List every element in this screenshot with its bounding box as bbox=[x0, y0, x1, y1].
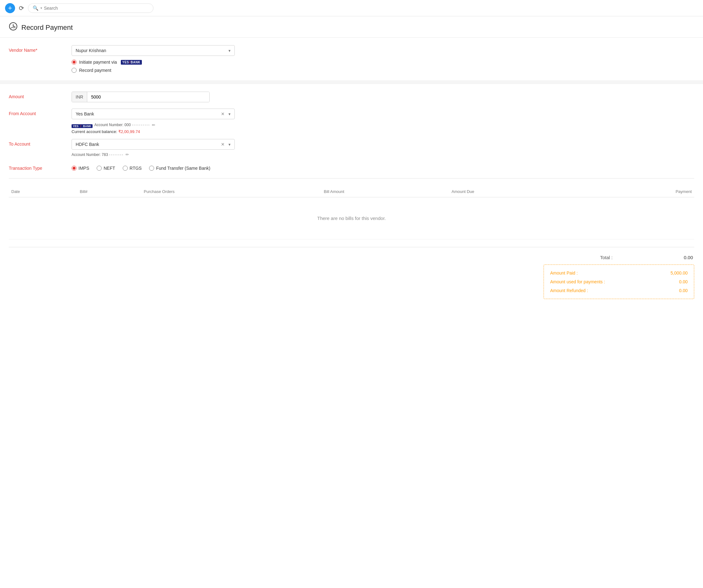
bottom-divider bbox=[9, 247, 694, 247]
bills-table: Date Bill# Purchase Orders Bill Amount A… bbox=[9, 186, 694, 239]
record-payment-option[interactable]: Record payment bbox=[72, 68, 142, 73]
fund-transfer-label: Fund Transfer (Same Bank) bbox=[156, 166, 210, 171]
to-account-number: Account Number: 783 •••••••• bbox=[72, 153, 124, 157]
from-account-info: YES/BANK Account Number: 000 •••••••••• … bbox=[72, 122, 235, 128]
amount-currency: INR bbox=[72, 92, 87, 102]
fund-transfer-radio[interactable] bbox=[149, 166, 154, 171]
amount-used-label: Amount used for payments : bbox=[550, 279, 605, 284]
vendor-value: Nupur Krishnan bbox=[76, 48, 106, 53]
transaction-type-control: IMPS NEFT RTGS Fund Transfer (Same Bank) bbox=[72, 163, 235, 171]
from-account-clear-icon[interactable]: ✕ bbox=[221, 111, 225, 116]
vendor-chevron-icon: ▾ bbox=[228, 48, 231, 53]
amount-input[interactable] bbox=[87, 92, 209, 102]
from-account-edit-icon[interactable]: ✏ bbox=[152, 123, 155, 128]
page-header: Record Payment bbox=[0, 16, 703, 38]
to-account-value: HDFC Bank bbox=[76, 142, 99, 147]
search-input[interactable] bbox=[44, 6, 149, 11]
amount-paid-label: Amount Paid : bbox=[550, 270, 578, 275]
col-payment: Payment bbox=[588, 186, 694, 197]
col-amount-due: Amount Due bbox=[449, 186, 588, 197]
balance-row: Current account balance: ₹2,00,99.74 bbox=[72, 129, 235, 134]
total-value: 0.00 bbox=[684, 255, 693, 260]
neft-option[interactable]: NEFT bbox=[97, 166, 115, 171]
to-account-dropdown[interactable]: HDFC Bank ✕ ▾ bbox=[72, 139, 235, 150]
to-account-chevron-icon: ▾ bbox=[228, 142, 231, 147]
amount-row: Amount INR bbox=[9, 92, 694, 102]
total-row: Total : 0.00 bbox=[600, 255, 694, 260]
yes-bank-badge: YES/BANK bbox=[121, 60, 142, 65]
page-title: Record Payment bbox=[21, 23, 73, 32]
neft-radio[interactable] bbox=[97, 166, 102, 171]
to-account-clear-icon[interactable]: ✕ bbox=[221, 142, 225, 147]
amount-field: INR bbox=[72, 92, 210, 102]
vendor-dropdown[interactable]: Nupur Krishnan ▾ bbox=[72, 45, 235, 56]
amount-refunded-value: 0.00 bbox=[679, 288, 688, 293]
history-button[interactable]: ⟳ bbox=[19, 4, 24, 12]
amount-used-row: Amount used for payments : 0.00 bbox=[550, 279, 688, 284]
rtgs-label: RTGS bbox=[130, 166, 142, 171]
total-label: Total : bbox=[600, 255, 613, 260]
from-account-value: Yes Bank bbox=[76, 111, 94, 116]
record-payment-label: Record payment bbox=[79, 68, 111, 73]
search-caret-icon: ▾ bbox=[41, 6, 42, 10]
payment-summary-box: Amount Paid : 5,000.00 Amount used for p… bbox=[544, 264, 694, 299]
fund-transfer-option[interactable]: Fund Transfer (Same Bank) bbox=[149, 166, 210, 171]
col-po: Purchase Orders bbox=[141, 186, 321, 197]
initiate-payment-option[interactable]: Initiate payment via YES/BANK bbox=[72, 60, 142, 65]
yes-bank-small-badge: YES/BANK bbox=[72, 124, 93, 128]
imps-option[interactable]: IMPS bbox=[72, 166, 89, 171]
neft-label: NEFT bbox=[103, 166, 115, 171]
to-account-control: HDFC Bank ✕ ▾ Account Number: 783 ••••••… bbox=[72, 139, 235, 157]
rtgs-option[interactable]: RTGS bbox=[123, 166, 142, 171]
from-account-row: From Account Yes Bank ✕ ▾ YES/BANK Accou… bbox=[9, 108, 694, 134]
amount-control: INR bbox=[72, 92, 235, 102]
amount-label: Amount bbox=[9, 92, 65, 99]
search-bar: 🔍 ▾ bbox=[28, 3, 153, 13]
empty-state: There are no bills for this vendor. bbox=[9, 197, 694, 239]
to-account-row: To Account HDFC Bank ✕ ▾ Account Number:… bbox=[9, 139, 694, 157]
vendor-label: Vendor Name* bbox=[9, 45, 65, 53]
from-account-control: Yes Bank ✕ ▾ YES/BANK Account Number: 00… bbox=[72, 108, 235, 134]
to-account-info: Account Number: 783 •••••••• ✏ bbox=[72, 152, 235, 157]
transaction-type-label: Transaction Type bbox=[9, 163, 65, 171]
from-account-chevron-icon: ▾ bbox=[228, 112, 231, 116]
record-payment-icon bbox=[9, 22, 17, 33]
col-date: Date bbox=[9, 186, 77, 197]
search-icon: 🔍 bbox=[33, 5, 38, 11]
from-account-number: Account Number: 000 •••••••••• bbox=[94, 123, 150, 127]
balance-amount: ₹2,00,99.74 bbox=[118, 129, 140, 134]
from-account-label: From Account bbox=[9, 108, 65, 116]
account-number-blurred: •••••••••• bbox=[132, 123, 150, 127]
to-account-label: To Account bbox=[9, 139, 65, 147]
to-account-number-blurred: •••••••• bbox=[109, 153, 124, 157]
initiate-payment-label: Initiate payment via bbox=[79, 60, 118, 65]
transaction-type-group: IMPS NEFT RTGS Fund Transfer (Same Bank) bbox=[72, 163, 235, 171]
empty-message: There are no bills for this vendor. bbox=[11, 200, 692, 236]
col-bill: Bill# bbox=[77, 186, 141, 197]
rtgs-radio[interactable] bbox=[123, 166, 128, 171]
imps-label: IMPS bbox=[78, 166, 89, 171]
topbar: + ⟳ 🔍 ▾ bbox=[0, 0, 703, 16]
from-account-dropdown[interactable]: Yes Bank ✕ ▾ bbox=[72, 108, 235, 119]
amount-paid-value: 5,000.00 bbox=[671, 270, 688, 275]
main-content: Vendor Name* Nupur Krishnan ▾ Initiate p… bbox=[0, 38, 703, 588]
vendor-control: Nupur Krishnan ▾ bbox=[72, 45, 235, 56]
payment-method-group: Initiate payment via YES/BANK Record pay… bbox=[72, 60, 142, 73]
amount-used-value: 0.00 bbox=[679, 279, 688, 284]
amount-refunded-label: Amount Refunded : bbox=[550, 288, 588, 293]
amount-paid-row: Amount Paid : 5,000.00 bbox=[550, 270, 688, 275]
vendor-row: Vendor Name* Nupur Krishnan ▾ bbox=[9, 45, 694, 56]
amount-refunded-row: Amount Refunded : 0.00 bbox=[550, 288, 688, 293]
record-payment-radio[interactable] bbox=[72, 68, 77, 73]
to-account-edit-icon[interactable]: ✏ bbox=[126, 152, 129, 157]
imps-radio[interactable] bbox=[72, 166, 77, 171]
transaction-type-row: Transaction Type IMPS NEFT RTGS Fund Tra… bbox=[9, 163, 694, 171]
col-bill-amount: Bill Amount bbox=[321, 186, 449, 197]
add-button[interactable]: + bbox=[5, 3, 15, 13]
payment-method-row: Initiate payment via YES/BANK Record pay… bbox=[72, 60, 694, 73]
initiate-payment-radio[interactable] bbox=[72, 60, 77, 65]
